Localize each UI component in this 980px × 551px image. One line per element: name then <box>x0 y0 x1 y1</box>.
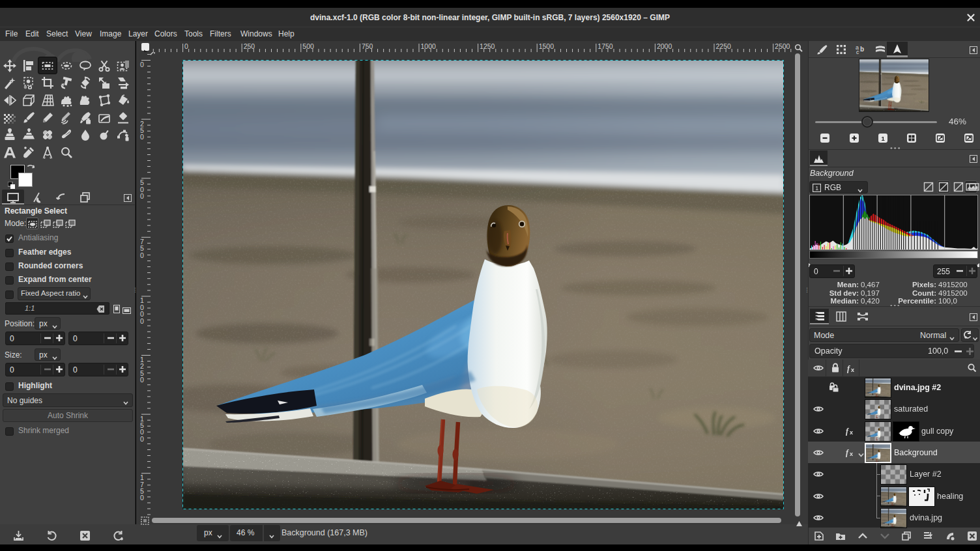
svg-text:2500: 2500 <box>775 42 790 50</box>
svg-text:1: 1 <box>815 185 818 191</box>
svg-text:1000: 1000 <box>421 42 437 50</box>
svg-text:c: c <box>856 49 859 55</box>
svg-text:1250: 1250 <box>480 42 495 50</box>
svg-text:1750: 1750 <box>598 42 613 50</box>
svg-text:2000: 2000 <box>657 42 672 50</box>
svg-text:1: 1 <box>882 135 886 142</box>
svg-text:500: 500 <box>302 42 314 50</box>
svg-text:2250: 2250 <box>716 42 732 50</box>
svg-text:0: 0 <box>140 317 144 325</box>
svg-text:x: x <box>851 367 854 373</box>
svg-text:0: 0 <box>140 251 144 259</box>
svg-text:f: f <box>846 448 849 457</box>
svg-text:f: f <box>847 364 850 373</box>
svg-text:f: f <box>846 427 849 436</box>
svg-text:0: 0 <box>140 376 144 384</box>
svg-text:250: 250 <box>244 42 255 50</box>
svg-text:0: 0 <box>140 435 144 443</box>
svg-text:b: b <box>860 46 864 53</box>
svg-text:0: 0 <box>140 494 144 502</box>
svg-text:0: 0 <box>140 133 144 141</box>
svg-text:x: x <box>850 451 853 457</box>
svg-text:0: 0 <box>140 61 144 68</box>
svg-text:1500: 1500 <box>539 42 555 50</box>
svg-text:0: 0 <box>184 42 188 50</box>
svg-text:0: 0 <box>140 192 144 200</box>
svg-text:750: 750 <box>362 42 373 50</box>
svg-text:x: x <box>850 429 853 436</box>
